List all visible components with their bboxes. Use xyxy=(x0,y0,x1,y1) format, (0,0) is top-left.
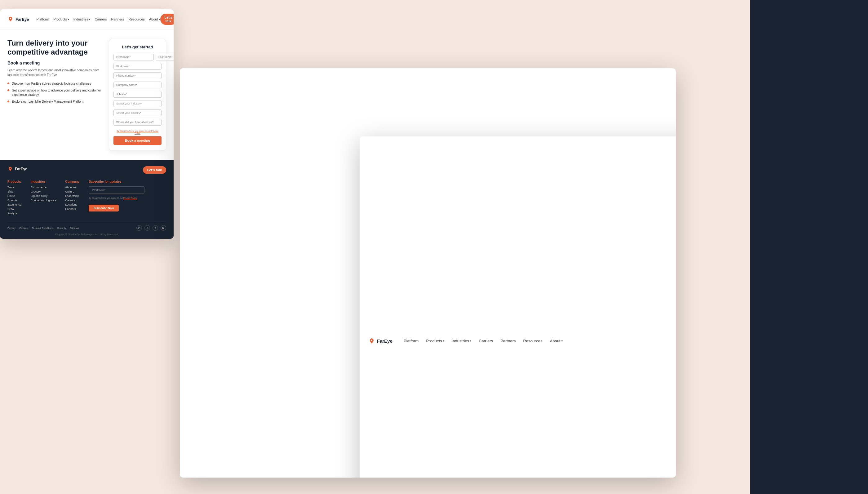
footer-subscribe: Subscribe for updates By filling this fo… xyxy=(88,180,144,216)
footer-link-ship[interactable]: Ship xyxy=(7,190,21,193)
form-name-row xyxy=(114,54,161,60)
footer-logo-text: FarEye xyxy=(15,167,27,171)
footer-link-bigbulky[interactable]: Big and bulky xyxy=(31,194,56,197)
footer-link-experience[interactable]: Experience xyxy=(7,203,21,206)
footer-cookies-link[interactable]: Cookies xyxy=(19,227,28,229)
nav-partners[interactable]: Partners xyxy=(111,17,124,21)
footer-security-link[interactable]: Security xyxy=(57,227,66,229)
industry-select[interactable]: Select your industry* xyxy=(114,100,161,107)
footer-products-title: Products xyxy=(7,180,21,183)
last-name-input[interactable] xyxy=(156,54,174,60)
footer-company: Company About us Culture Leadership Care… xyxy=(65,180,80,216)
facebook-icon[interactable]: f xyxy=(153,225,158,231)
right-nav-resources[interactable]: Resources xyxy=(523,339,542,343)
left-nav-links: Platform Products ▾ Industries ▾ Carrier… xyxy=(36,17,160,21)
subscribe-input[interactable] xyxy=(88,186,144,194)
left-nav-cta[interactable]: Let's talk xyxy=(160,14,174,25)
right-logo-icon xyxy=(368,338,375,344)
feature-item-2: Get expert advice on how to advance your… xyxy=(7,88,103,97)
hero-desc: Learn why the world's largest and most i… xyxy=(7,68,103,77)
footer-products: Products Track Ship Route Execute Experi… xyxy=(7,180,21,216)
subscribe-button[interactable]: Subscribe Now xyxy=(88,205,119,211)
job-title-input[interactable] xyxy=(114,91,161,98)
feature-list: Discover how FarEye solves strategic log… xyxy=(7,81,103,104)
footer-cta[interactable]: Let's talk xyxy=(143,166,166,174)
linkedin-icon[interactable]: in xyxy=(136,225,142,231)
footer-link-grocery[interactable]: Grocery xyxy=(31,190,56,193)
footer-link-courier[interactable]: Courier and logistics xyxy=(31,199,56,202)
subscribe-privacy: By filling this form, you agree to our P… xyxy=(88,197,144,199)
footer-privacy-link[interactable]: Privacy xyxy=(7,227,16,229)
footer-link-locations[interactable]: Locations xyxy=(65,203,80,206)
left-nav: FarEye Platform Products ▾ Industries ▾ … xyxy=(0,9,174,30)
right-nav-carriers[interactable]: Carriers xyxy=(479,339,493,343)
footer-bottom: Privacy Cookies Terms & Conditions Secur… xyxy=(7,221,166,231)
nav-resources[interactable]: Resources xyxy=(129,17,145,21)
footer-company-title: Company xyxy=(65,180,80,183)
right-logo[interactable]: FarEye xyxy=(368,338,392,344)
dark-side-panel xyxy=(750,0,868,494)
footer-subscribe-title: Subscribe for updates xyxy=(88,180,144,183)
footer-industries-title: Industries xyxy=(31,180,56,183)
youtube-icon[interactable]: ▶ xyxy=(161,225,166,231)
right-nav-products[interactable]: Products ▾ xyxy=(426,339,444,343)
footer-link-leadership[interactable]: Leadership xyxy=(65,194,80,197)
nav-products[interactable]: Products ▾ xyxy=(53,17,69,21)
form-title: Let's get started xyxy=(114,45,161,49)
right-nav-platform[interactable]: Platform xyxy=(403,339,418,343)
right-browser-window: FarEye Platform Products ▾ Industries ▾ … xyxy=(180,68,676,478)
right-nav-industries[interactable]: Industries ▾ xyxy=(452,339,471,343)
right-nav: FarEye Platform Products ▾ Industries ▾ … xyxy=(360,136,676,478)
footer-link-execute[interactable]: Execute xyxy=(7,199,21,202)
social-icons: in 𝕏 f ▶ xyxy=(136,225,166,231)
twitter-icon[interactable]: 𝕏 xyxy=(144,225,150,231)
nav-industries[interactable]: Industries ▾ xyxy=(74,17,91,21)
left-logo-text: FarEye xyxy=(16,17,29,22)
form-card: Let's get started Select your industry* … xyxy=(109,39,166,151)
footer-link-partners[interactable]: Partners xyxy=(65,207,80,211)
left-logo[interactable]: FarEye xyxy=(7,16,29,22)
hero-section: Turn delivery into your competitive adva… xyxy=(0,30,174,160)
right-nav-partners[interactable]: Partners xyxy=(500,339,515,343)
right-nav-links: Platform Products ▾ Industries ▾ Carrier… xyxy=(403,339,676,343)
nav-platform[interactable]: Platform xyxy=(36,17,49,21)
footer-link-route[interactable]: Route xyxy=(7,194,21,197)
company-input[interactable] xyxy=(114,81,161,88)
footer-link-about[interactable]: About us xyxy=(65,186,80,189)
footer-sitemap-link[interactable]: Sitemap xyxy=(70,227,79,229)
footer-industries: Industries E-commerce Grocery Big and bu… xyxy=(31,180,56,216)
hero-title: Turn delivery into your competitive adva… xyxy=(7,39,103,57)
book-meeting-button[interactable]: Book a meeting xyxy=(114,136,161,145)
phone-input[interactable] xyxy=(114,72,161,79)
feature-item-1: Discover how FarEye solves strategic log… xyxy=(7,81,103,86)
footer-link-analyze[interactable]: Analyze xyxy=(7,212,21,215)
feature-dot-1 xyxy=(7,82,9,84)
footer-copyright: Copyright 2023 by FarEye Technologies, I… xyxy=(7,231,166,235)
footer-link-careers[interactable]: Careers xyxy=(65,199,80,202)
right-nav-about[interactable]: About ▾ xyxy=(550,339,563,343)
fareye-logo-icon xyxy=(7,16,14,22)
feature-dot-3 xyxy=(7,100,9,102)
footer-logo[interactable]: FarEye xyxy=(7,166,27,172)
footer-terms-link[interactable]: Terms & Conditions xyxy=(32,227,53,229)
footer-links: Privacy Cookies Terms & Conditions Secur… xyxy=(7,227,79,229)
nav-carriers[interactable]: Carriers xyxy=(95,17,107,21)
footer-link-track[interactable]: Track xyxy=(7,186,21,189)
footer-logo-icon xyxy=(7,166,13,172)
hero-left: Turn delivery into your competitive adva… xyxy=(7,39,103,151)
first-name-input[interactable] xyxy=(114,54,154,60)
form-privacy: By filling this form, you agree to our P… xyxy=(114,130,161,134)
footer-link-culture[interactable]: Culture xyxy=(65,190,80,193)
footer-section: FarEye Let's talk Products Track Ship Ro… xyxy=(0,160,174,239)
footer-top: FarEye Let's talk xyxy=(7,166,166,174)
hero-subtitle: Book a meeting xyxy=(7,60,103,65)
feature-item-3: Explore our Last Mile Delivery Managemen… xyxy=(7,99,103,104)
footer-link-ecommerce[interactable]: E-commerce xyxy=(31,186,56,189)
hear-input[interactable] xyxy=(114,119,161,126)
work-mail-input[interactable] xyxy=(114,63,161,70)
nav-about[interactable]: About ▾ xyxy=(149,17,160,21)
feature-dot-2 xyxy=(7,89,9,91)
right-logo-text: FarEye xyxy=(377,338,392,344)
footer-link-grow[interactable]: Grow xyxy=(7,207,21,211)
country-select[interactable]: Select your country* xyxy=(114,110,161,116)
